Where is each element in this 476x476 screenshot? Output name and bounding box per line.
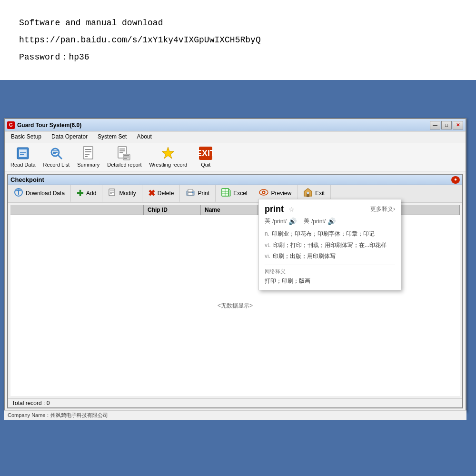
tooltip-word: print xyxy=(265,204,284,214)
delete-label: Delete xyxy=(158,190,174,197)
preview-label: Preview xyxy=(271,190,291,197)
quit-label: Quit xyxy=(201,162,210,168)
detailed-report-icon xyxy=(117,146,132,161)
title-controls: — □ ✕ xyxy=(430,121,463,129)
svg-rect-21 xyxy=(124,158,127,159)
tooltip-header: print ☆ 更多释义› xyxy=(265,204,395,214)
summary-button[interactable]: Summary xyxy=(74,144,103,169)
title-bar-left: G Guard Tour System(6.0) xyxy=(7,121,81,129)
col-header-empty xyxy=(10,205,144,215)
tooltip-network-def: 打印；印刷；版画 xyxy=(265,277,395,285)
exit-label: Exit xyxy=(315,190,325,197)
phonetic-us: 美 /print/ 🔊 xyxy=(304,217,336,225)
modify-button[interactable]: Modify xyxy=(102,185,142,202)
svg-point-41 xyxy=(263,192,265,193)
col-header-name: Name xyxy=(201,205,258,215)
inner-status-bar: Total record : 0 xyxy=(8,398,462,407)
menu-about[interactable]: About xyxy=(133,132,155,141)
top-info-area: Software and manual download https://pan… xyxy=(0,0,476,80)
svg-rect-33 xyxy=(188,193,193,195)
svg-rect-10 xyxy=(85,149,91,150)
phonetic-us-ipa: /print/ xyxy=(311,218,326,225)
svg-rect-16 xyxy=(119,150,125,151)
read-data-label: Read Data xyxy=(10,162,36,168)
print-label: Print xyxy=(198,190,209,197)
menu-system-set[interactable]: System Set xyxy=(94,132,130,141)
record-list-label: Record List xyxy=(43,162,70,168)
close-button[interactable]: ✕ xyxy=(453,121,463,129)
svg-rect-9 xyxy=(83,147,93,159)
svg-rect-17 xyxy=(119,152,123,153)
checkpoint-close-button[interactable]: ● xyxy=(451,176,460,184)
excel-icon xyxy=(221,188,231,199)
minimize-button[interactable]: — xyxy=(430,121,440,129)
menu-basic-setup[interactable]: Basic Setup xyxy=(7,132,45,141)
def-vi: vi. 印刷；出版；用印刷体写 xyxy=(265,251,395,262)
tooltip-divider xyxy=(265,265,395,265)
download-data-icon xyxy=(14,188,23,199)
excel-label: Excel xyxy=(233,190,247,197)
maximize-button[interactable]: □ xyxy=(441,121,452,129)
download-label: Software and manual download xyxy=(19,14,457,31)
tooltip-star[interactable]: ☆ xyxy=(288,206,295,213)
add-button[interactable]: ✚ Add xyxy=(71,185,102,202)
print-button[interactable]: Print xyxy=(180,185,216,202)
def-noun: n. 印刷业；印花布；印刷字体；印章；印记 xyxy=(265,229,395,239)
def-vt: vt. 印刷；打印；刊载；用印刷体写；在...印花样 xyxy=(265,240,395,251)
svg-line-5 xyxy=(58,155,62,159)
record-list-icon xyxy=(49,146,64,161)
speaker-us-icon[interactable]: 🔊 xyxy=(327,218,336,225)
svg-text:EXIT: EXIT xyxy=(198,149,213,158)
exit-icon xyxy=(303,188,313,199)
svg-rect-11 xyxy=(85,151,91,152)
delete-button[interactable]: ✖ Delete xyxy=(142,185,180,202)
print-icon xyxy=(186,188,195,198)
def-vt-text: 印刷；打印；刊载；用印刷体写；在...印花样 xyxy=(273,242,387,248)
detailed-report-label: Detailed report xyxy=(107,162,141,168)
download-data-button[interactable]: Download Data xyxy=(8,185,71,202)
svg-rect-20 xyxy=(124,157,129,158)
record-list-button[interactable]: Record List xyxy=(40,144,73,169)
empty-message: <无数据显示> xyxy=(218,302,253,310)
read-data-button[interactable]: Read Data xyxy=(7,144,39,169)
dictionary-popup: print ☆ 更多释义› 英 /print/ 🔊 美 /print/ 🔊 n.… xyxy=(258,199,401,290)
col-header-chip-id: Chip ID xyxy=(144,205,201,215)
phonetic-en-label: 英 xyxy=(265,217,270,225)
menu-data-operator[interactable]: Data Operator xyxy=(48,132,91,141)
footer-bar: Company Name：州飒鸡电子科技有限公司 xyxy=(4,410,466,420)
window-title: Guard Tour System(6.0) xyxy=(17,122,81,129)
checkpoint-title: Checkpoint xyxy=(10,176,44,183)
summary-icon xyxy=(81,146,96,161)
add-label: Add xyxy=(86,190,96,197)
company-name: Company Name：州飒鸡电子科技有限公司 xyxy=(8,412,108,418)
svg-rect-44 xyxy=(307,192,309,194)
add-icon: ✚ xyxy=(77,188,84,198)
preview-icon xyxy=(259,189,268,198)
tooltip-definitions: n. 印刷业；印花布；印刷字体；印章；印记 vt. 印刷；打印；刊载；用印刷体写… xyxy=(265,229,395,262)
wrestling-record-icon xyxy=(160,146,176,161)
quit-icon: EXIT xyxy=(198,146,213,161)
app-icon: G xyxy=(7,121,15,129)
pos-vi: vi. xyxy=(265,253,270,259)
svg-rect-32 xyxy=(188,189,193,192)
checkpoint-title-bar: Checkpoint ● xyxy=(8,175,462,185)
quit-button[interactable]: EXIT Quit xyxy=(191,144,220,169)
pos-noun: n. xyxy=(265,230,269,237)
phonetic-en-ipa: /print/ xyxy=(272,218,287,225)
password-line: Password：hp36 xyxy=(19,49,457,66)
svg-rect-3 xyxy=(20,154,24,155)
wrestling-record-button[interactable]: Wrestling record xyxy=(146,144,190,169)
tooltip-network-label: 网络释义 xyxy=(265,268,395,275)
svg-rect-19 xyxy=(124,155,129,156)
summary-label: Summary xyxy=(77,162,99,168)
svg-rect-43 xyxy=(307,193,309,197)
tooltip-more-button[interactable]: 更多释义› xyxy=(370,205,395,213)
download-url: https://pan.baidu.com/s/1xY1ky4vIXGpUwIX… xyxy=(19,31,457,49)
menu-bar: Basic Setup Data Operator System Set Abo… xyxy=(5,131,466,142)
def-noun-text: 印刷业；印花布；印刷字体；印章；印记 xyxy=(272,230,375,237)
svg-rect-12 xyxy=(85,154,89,155)
total-record-text: Total record : 0 xyxy=(12,400,50,407)
detailed-report-button[interactable]: Detailed report xyxy=(104,144,145,169)
speaker-en-icon[interactable]: 🔊 xyxy=(288,218,297,225)
excel-button[interactable]: Excel xyxy=(216,185,253,202)
